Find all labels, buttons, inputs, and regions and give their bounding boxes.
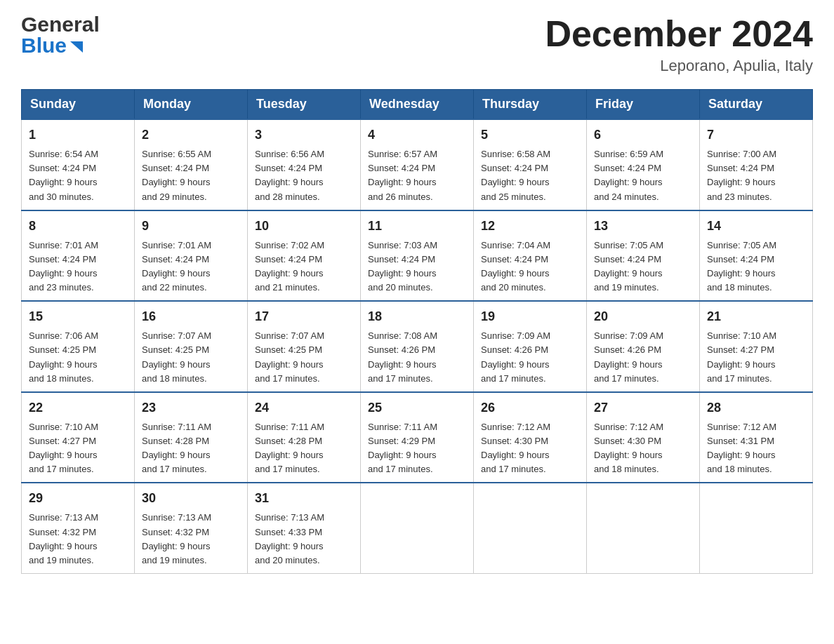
weekday-header-row: SundayMondayTuesdayWednesdayThursdayFrid… bbox=[22, 90, 813, 120]
day-cell-29: 29Sunrise: 7:13 AMSunset: 4:32 PMDayligh… bbox=[22, 483, 135, 573]
day-info: Sunrise: 7:04 AMSunset: 4:24 PMDaylight:… bbox=[481, 239, 579, 295]
day-number: 29 bbox=[29, 489, 127, 508]
day-info: Sunrise: 7:10 AMSunset: 4:27 PMDaylight:… bbox=[707, 329, 805, 386]
day-cell-4: 4Sunrise: 6:57 AMSunset: 4:24 PMDaylight… bbox=[361, 119, 474, 210]
day-cell-27: 27Sunrise: 7:12 AMSunset: 4:30 PMDayligh… bbox=[587, 392, 700, 483]
day-number: 27 bbox=[594, 398, 692, 417]
day-info: Sunrise: 7:07 AMSunset: 4:25 PMDaylight:… bbox=[255, 329, 353, 386]
week-row-2: 8Sunrise: 7:01 AMSunset: 4:24 PMDaylight… bbox=[22, 210, 813, 302]
day-number: 18 bbox=[368, 307, 466, 326]
day-number: 9 bbox=[142, 217, 240, 236]
empty-cell bbox=[474, 483, 587, 573]
day-info: Sunrise: 7:13 AMSunset: 4:32 PMDaylight:… bbox=[142, 511, 240, 568]
day-info: Sunrise: 6:57 AMSunset: 4:24 PMDaylight:… bbox=[368, 147, 466, 204]
day-cell-11: 11Sunrise: 7:03 AMSunset: 4:24 PMDayligh… bbox=[361, 210, 474, 302]
day-cell-7: 7Sunrise: 7:00 AMSunset: 4:24 PMDaylight… bbox=[700, 119, 813, 210]
day-cell-6: 6Sunrise: 6:59 AMSunset: 4:24 PMDaylight… bbox=[587, 119, 700, 210]
empty-cell bbox=[361, 483, 474, 573]
day-number: 16 bbox=[142, 307, 240, 326]
day-number: 14 bbox=[707, 217, 805, 236]
day-number: 19 bbox=[481, 307, 579, 326]
day-number: 31 bbox=[255, 489, 353, 508]
day-cell-2: 2Sunrise: 6:55 AMSunset: 4:24 PMDaylight… bbox=[135, 119, 248, 210]
day-number: 13 bbox=[594, 217, 692, 236]
day-number: 22 bbox=[29, 398, 127, 417]
day-number: 24 bbox=[255, 398, 353, 417]
page-header: General Blue December 2024 Leporano, Apu… bbox=[21, 14, 813, 75]
day-info: Sunrise: 7:12 AMSunset: 4:31 PMDaylight:… bbox=[707, 420, 805, 477]
day-number: 12 bbox=[481, 217, 579, 236]
day-cell-16: 16Sunrise: 7:07 AMSunset: 4:25 PMDayligh… bbox=[135, 301, 248, 392]
day-cell-21: 21Sunrise: 7:10 AMSunset: 4:27 PMDayligh… bbox=[700, 301, 813, 392]
svg-marker-0 bbox=[70, 41, 83, 53]
weekday-header-wednesday: Wednesday bbox=[361, 90, 474, 120]
day-info: Sunrise: 7:06 AMSunset: 4:25 PMDaylight:… bbox=[29, 329, 127, 386]
day-number: 8 bbox=[29, 217, 127, 236]
day-cell-20: 20Sunrise: 7:09 AMSunset: 4:26 PMDayligh… bbox=[587, 301, 700, 392]
day-cell-12: 12Sunrise: 7:04 AMSunset: 4:24 PMDayligh… bbox=[474, 210, 587, 302]
day-info: Sunrise: 7:02 AMSunset: 4:24 PMDaylight:… bbox=[255, 239, 353, 295]
day-info: Sunrise: 7:01 AMSunset: 4:24 PMDaylight:… bbox=[142, 239, 240, 295]
day-info: Sunrise: 7:11 AMSunset: 4:28 PMDaylight:… bbox=[142, 420, 240, 477]
day-cell-15: 15Sunrise: 7:06 AMSunset: 4:25 PMDayligh… bbox=[22, 301, 135, 392]
day-cell-30: 30Sunrise: 7:13 AMSunset: 4:32 PMDayligh… bbox=[135, 483, 248, 573]
day-info: Sunrise: 7:09 AMSunset: 4:26 PMDaylight:… bbox=[594, 329, 692, 386]
empty-cell bbox=[587, 483, 700, 573]
location-subtitle: Leporano, Apulia, Italy bbox=[545, 57, 813, 75]
day-info: Sunrise: 6:58 AMSunset: 4:24 PMDaylight:… bbox=[481, 147, 579, 204]
day-info: Sunrise: 7:05 AMSunset: 4:24 PMDaylight:… bbox=[707, 239, 805, 295]
day-cell-3: 3Sunrise: 6:56 AMSunset: 4:24 PMDaylight… bbox=[248, 119, 361, 210]
day-info: Sunrise: 7:09 AMSunset: 4:26 PMDaylight:… bbox=[481, 329, 579, 386]
weekday-header-thursday: Thursday bbox=[474, 90, 587, 120]
logo-text: General Blue bbox=[21, 14, 100, 56]
day-cell-31: 31Sunrise: 7:13 AMSunset: 4:33 PMDayligh… bbox=[248, 483, 361, 573]
day-cell-18: 18Sunrise: 7:08 AMSunset: 4:26 PMDayligh… bbox=[361, 301, 474, 392]
day-number: 1 bbox=[29, 126, 127, 145]
weekday-header-tuesday: Tuesday bbox=[248, 90, 361, 120]
logo-triangle-icon bbox=[69, 39, 84, 54]
day-cell-17: 17Sunrise: 7:07 AMSunset: 4:25 PMDayligh… bbox=[248, 301, 361, 392]
day-cell-13: 13Sunrise: 7:05 AMSunset: 4:24 PMDayligh… bbox=[587, 210, 700, 302]
day-cell-24: 24Sunrise: 7:11 AMSunset: 4:28 PMDayligh… bbox=[248, 392, 361, 483]
weekday-header-saturday: Saturday bbox=[700, 90, 813, 120]
day-info: Sunrise: 7:11 AMSunset: 4:28 PMDaylight:… bbox=[255, 420, 353, 477]
day-info: Sunrise: 6:54 AMSunset: 4:24 PMDaylight:… bbox=[29, 147, 127, 204]
weekday-header-friday: Friday bbox=[587, 90, 700, 120]
day-cell-23: 23Sunrise: 7:11 AMSunset: 4:28 PMDayligh… bbox=[135, 392, 248, 483]
day-info: Sunrise: 7:03 AMSunset: 4:24 PMDaylight:… bbox=[368, 239, 466, 295]
title-section: December 2024 Leporano, Apulia, Italy bbox=[545, 14, 813, 75]
day-number: 15 bbox=[29, 307, 127, 326]
day-number: 11 bbox=[368, 217, 466, 236]
day-info: Sunrise: 6:56 AMSunset: 4:24 PMDaylight:… bbox=[255, 147, 353, 204]
weekday-header-monday: Monday bbox=[135, 90, 248, 120]
day-number: 5 bbox=[481, 126, 579, 145]
week-row-4: 22Sunrise: 7:10 AMSunset: 4:27 PMDayligh… bbox=[22, 392, 813, 483]
day-cell-25: 25Sunrise: 7:11 AMSunset: 4:29 PMDayligh… bbox=[361, 392, 474, 483]
day-info: Sunrise: 7:11 AMSunset: 4:29 PMDaylight:… bbox=[368, 420, 466, 477]
day-cell-26: 26Sunrise: 7:12 AMSunset: 4:30 PMDayligh… bbox=[474, 392, 587, 483]
day-cell-19: 19Sunrise: 7:09 AMSunset: 4:26 PMDayligh… bbox=[474, 301, 587, 392]
day-cell-5: 5Sunrise: 6:58 AMSunset: 4:24 PMDaylight… bbox=[474, 119, 587, 210]
day-number: 3 bbox=[255, 126, 353, 145]
week-row-5: 29Sunrise: 7:13 AMSunset: 4:32 PMDayligh… bbox=[22, 483, 813, 573]
day-number: 26 bbox=[481, 398, 579, 417]
week-row-1: 1Sunrise: 6:54 AMSunset: 4:24 PMDaylight… bbox=[22, 119, 813, 210]
day-info: Sunrise: 7:12 AMSunset: 4:30 PMDaylight:… bbox=[481, 420, 579, 477]
day-info: Sunrise: 7:08 AMSunset: 4:26 PMDaylight:… bbox=[368, 329, 466, 386]
day-number: 20 bbox=[594, 307, 692, 326]
month-title: December 2024 bbox=[545, 14, 813, 54]
day-number: 17 bbox=[255, 307, 353, 326]
day-number: 25 bbox=[368, 398, 466, 417]
day-number: 10 bbox=[255, 217, 353, 236]
day-number: 23 bbox=[142, 398, 240, 417]
day-info: Sunrise: 6:59 AMSunset: 4:24 PMDaylight:… bbox=[594, 147, 692, 204]
calendar-table: SundayMondayTuesdayWednesdayThursdayFrid… bbox=[21, 89, 813, 574]
logo: General Blue bbox=[21, 14, 100, 56]
logo-general: General bbox=[21, 14, 100, 35]
day-info: Sunrise: 7:13 AMSunset: 4:33 PMDaylight:… bbox=[255, 511, 353, 568]
week-row-3: 15Sunrise: 7:06 AMSunset: 4:25 PMDayligh… bbox=[22, 301, 813, 392]
day-cell-14: 14Sunrise: 7:05 AMSunset: 4:24 PMDayligh… bbox=[700, 210, 813, 302]
day-number: 28 bbox=[707, 398, 805, 417]
day-number: 30 bbox=[142, 489, 240, 508]
day-info: Sunrise: 7:12 AMSunset: 4:30 PMDaylight:… bbox=[594, 420, 692, 477]
